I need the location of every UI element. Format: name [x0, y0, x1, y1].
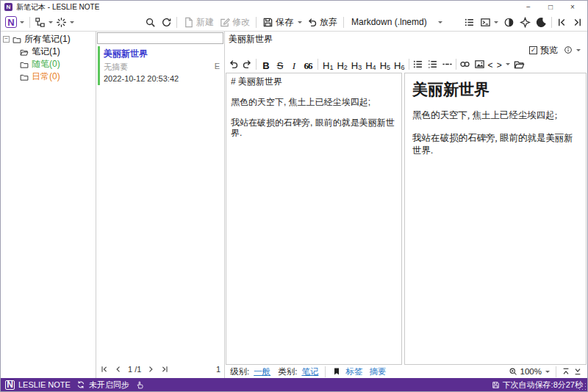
last-page-icon[interactable]	[160, 365, 169, 374]
prev-page-icon[interactable]	[114, 365, 123, 374]
page-number[interactable]: 1	[128, 365, 132, 374]
h1-button[interactable]: H1	[321, 57, 334, 71]
save-button[interactable]: 保存	[261, 15, 295, 29]
divider	[176, 17, 177, 28]
app-window: N 新笔记本 - LESLIE NOTE − □ × N 新建 修改	[0, 0, 588, 392]
scroll-bottom-icon[interactable]	[573, 367, 582, 376]
chevron-down-icon[interactable]	[506, 63, 510, 65]
floppy-icon	[492, 381, 500, 389]
ordered-list-icon[interactable]	[427, 59, 438, 70]
next-page-icon[interactable]	[146, 365, 155, 374]
window-controls: − □ ×	[517, 3, 584, 11]
status-app-logo: N	[5, 380, 15, 390]
refresh-icon[interactable]	[161, 17, 172, 28]
main-area: − 所有笔记(1) 笔记(1) 随笔(0) 日常(0) 美丽新世界 无摘要	[1, 31, 587, 378]
note-item-summary: 无摘要	[104, 62, 220, 73]
zoom-in-icon[interactable]	[509, 367, 517, 376]
h3-button[interactable]: H3	[350, 57, 363, 71]
divider	[556, 366, 556, 377]
link-icon[interactable]	[459, 59, 470, 70]
tree-item-notes[interactable]: 笔记(1)	[1, 46, 96, 58]
tree-item-all-notes[interactable]: − 所有笔记(1)	[1, 33, 96, 46]
contrast-icon[interactable]	[503, 17, 514, 28]
level-label: 级别:	[230, 366, 249, 377]
hr-icon[interactable]	[442, 59, 453, 70]
close-button[interactable]: ×	[562, 3, 584, 11]
format-select[interactable]: Markdown (.lnemd)	[348, 17, 451, 27]
category-value-link[interactable]: 笔记	[301, 366, 318, 377]
editor-footer-right: 100%	[509, 366, 582, 377]
modify-note-button[interactable]: 修改	[218, 15, 251, 29]
collapse-right-icon[interactable]	[572, 17, 583, 28]
status-bar: N LESLIE NOTE 未开启同步 下次自动保存:8分27秒	[1, 378, 587, 391]
scroll-top-icon[interactable]	[562, 367, 570, 376]
code-button[interactable]: < >	[486, 57, 503, 71]
tree-item-daily[interactable]: 日常(0)	[1, 70, 96, 83]
note-item-date: 2022-10-12 20:53:42	[104, 74, 220, 83]
chevron-down-icon[interactable]	[576, 49, 581, 51]
preview-heading: 美丽新世界	[412, 79, 578, 100]
note-item-marker: E	[215, 62, 220, 70]
collapse-left-icon[interactable]	[556, 17, 567, 28]
redo-icon[interactable]	[242, 59, 253, 70]
italic-button[interactable]: I	[287, 57, 301, 71]
chevron-down-icon[interactable]	[20, 21, 24, 23]
maximize-button[interactable]: □	[539, 3, 562, 11]
preview-checkbox[interactable]: ✓	[529, 46, 537, 54]
divider	[343, 17, 344, 28]
source-line: # 美丽新世界	[231, 76, 397, 87]
hand-icon	[135, 380, 144, 389]
tree-item-essays[interactable]: 随笔(0)	[1, 58, 96, 70]
app-logo-icon: N	[4, 3, 12, 11]
minimize-button[interactable]: −	[517, 3, 539, 11]
hierarchy-icon[interactable]	[35, 17, 46, 28]
h2-button[interactable]: H2	[335, 57, 348, 71]
info-icon[interactable]	[564, 46, 573, 54]
strikethrough-button[interactable]: S	[273, 57, 287, 71]
chevron-down-icon[interactable]	[70, 21, 74, 23]
markdown-source-pane[interactable]: # 美丽新世界 黑色的天空下, 焦土上已经尘埃四起; 我站在破损的石碑旁, 眼前…	[226, 73, 402, 365]
source-line	[231, 87, 397, 97]
editor-split: # 美丽新世界 黑色的天空下, 焦土上已经尘埃四起; 我站在破损的石碑旁, 眼前…	[225, 73, 587, 365]
new-note-button[interactable]: 新建	[182, 15, 215, 29]
chevron-down-icon[interactable]	[298, 21, 302, 23]
open-file-icon[interactable]	[514, 59, 525, 70]
tree-item-label: 笔记(1)	[32, 46, 60, 58]
bullet-list-icon[interactable]	[412, 59, 423, 70]
undo-icon[interactable]	[228, 59, 239, 70]
note-search-input[interactable]	[97, 32, 223, 44]
list-view-icon[interactable]	[464, 17, 475, 28]
resize-grip[interactable]	[585, 389, 587, 391]
zoom-level[interactable]: 100%	[520, 367, 542, 376]
tree-collapse-icon[interactable]: −	[3, 36, 10, 43]
note-list-footer: 1 /1 1	[96, 360, 224, 378]
quote-button[interactable]: 66	[301, 57, 315, 71]
chevron-down-icon[interactable]	[545, 371, 550, 373]
editor-footer: 级别: 一般 类别: 笔记 标签 摘要 100%	[225, 365, 587, 378]
tags-link[interactable]: 标签	[345, 366, 362, 377]
moon-icon[interactable]	[536, 17, 547, 28]
discard-button[interactable]: 放弃	[305, 15, 339, 29]
chevron-down-icon[interactable]	[49, 21, 53, 23]
sync-icon[interactable]	[76, 380, 85, 389]
note-list-item[interactable]: 美丽新世界 无摘要 2022-10-12 20:53:42 E	[96, 45, 224, 87]
h6-button[interactable]: H6	[392, 57, 406, 71]
source-line	[231, 107, 397, 117]
image-icon[interactable]	[474, 59, 485, 70]
chevron-down-icon[interactable]	[494, 21, 498, 23]
spinner-icon[interactable]	[56, 17, 67, 28]
summary-link[interactable]: 摘要	[369, 366, 386, 377]
sync-status-text[interactable]: 未开启同步	[89, 380, 129, 391]
console-icon[interactable]	[480, 17, 491, 28]
h4-button[interactable]: H4	[364, 57, 377, 71]
bold-button[interactable]: B	[259, 57, 273, 71]
search-icon[interactable]	[145, 17, 156, 28]
h5-button[interactable]: H5	[379, 57, 392, 71]
level-value-link[interactable]: 一般	[254, 366, 270, 377]
source-line: 黑色的天空下, 焦土上已经尘埃四起;	[231, 97, 397, 107]
first-page-icon[interactable]	[100, 365, 109, 374]
notebook-menu-button[interactable]: N	[5, 16, 17, 28]
pin-star-icon[interactable]	[520, 17, 531, 28]
chevron-down-icon	[438, 21, 442, 23]
status-app-name: LESLIE NOTE	[18, 380, 71, 389]
